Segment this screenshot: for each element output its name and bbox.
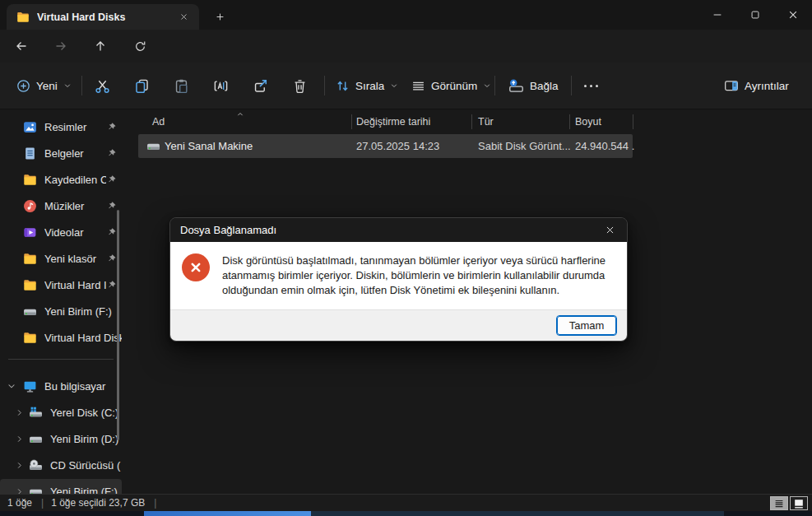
copy-button[interactable] (125, 72, 158, 100)
up-button[interactable] (87, 33, 114, 59)
forward-arrow-icon (54, 40, 67, 53)
address-bar: … Yeni Birim (F:) Yeni Sanal Makine Virt… (0, 30, 812, 63)
mount-drive-icon (508, 78, 524, 94)
column-header-name[interactable]: Ad (152, 112, 165, 132)
status-divider: | (154, 497, 156, 509)
toolbar-separator (81, 76, 82, 95)
more-options-button[interactable] (576, 72, 606, 100)
chevron-right-icon[interactable] (15, 461, 24, 470)
cut-icon (95, 78, 110, 94)
back-arrow-icon (15, 40, 28, 53)
command-bar: Yeni Sırala Görünüm Bağla (0, 63, 812, 109)
tab-close-button[interactable] (174, 8, 193, 26)
column-header-type[interactable]: Tür (478, 112, 494, 132)
trash-icon (292, 78, 308, 94)
bottom-edge-strip (0, 511, 812, 516)
thumbnails-view-icon (793, 498, 805, 509)
sidebar-item-cd-drive[interactable]: CD Sürücüsü ( (0, 453, 122, 477)
maximize-icon (749, 9, 761, 21)
view-button[interactable]: Görünüm (405, 72, 498, 100)
file-size: 24.940.544 ... (575, 140, 634, 152)
taskbar-accent-segment (144, 511, 311, 516)
column-separator[interactable] (569, 114, 570, 129)
close-icon (787, 9, 799, 21)
sidebar-item-virtual-hard[interactable]: Virtual Hard I (0, 272, 122, 297)
taskbar-segment (311, 511, 724, 516)
chevron-down-icon (390, 81, 398, 90)
window-close-button[interactable] (774, 0, 812, 30)
share-button[interactable] (244, 72, 276, 100)
sidebar-item-pictures[interactable]: Resimler (0, 114, 122, 139)
column-header-size[interactable]: Boyut (575, 112, 601, 132)
this-pc-icon (23, 379, 37, 393)
new-button[interactable]: Yeni (10, 72, 78, 100)
pin-icon (106, 253, 117, 264)
delete-button[interactable] (283, 72, 316, 100)
forward-button[interactable] (48, 33, 74, 59)
dialog-message: Disk görüntüsü başlatılmadı, tanınmayan … (222, 252, 614, 298)
details-pane-icon (724, 78, 739, 93)
column-separator[interactable] (471, 114, 472, 129)
refresh-button[interactable] (127, 33, 153, 59)
dialog-close-button[interactable] (601, 221, 619, 239)
view-lines-icon (411, 79, 425, 93)
title-bar: Virtual Hard Disks (0, 0, 812, 30)
sort-button[interactable]: Sırala (329, 72, 405, 100)
details-view-button[interactable] (770, 496, 788, 510)
close-icon (179, 12, 188, 21)
drive-icon (29, 432, 43, 446)
column-separator[interactable] (633, 114, 633, 129)
dialog-title-bar[interactable]: Dosya Bağlanamadı (170, 218, 627, 242)
chevron-right-icon[interactable] (15, 435, 24, 444)
pin-icon (106, 280, 117, 291)
status-bar: 1 öğe | 1 öğe seçildi 23,7 GB | (0, 494, 812, 511)
status-divider: | (41, 497, 44, 509)
file-row-selected[interactable]: Yeni Sanal Makine 27.05.2025 14:23 Sabit… (138, 134, 633, 158)
pin-icon (106, 122, 117, 132)
chevron-down-icon[interactable] (7, 381, 16, 391)
new-tab-button[interactable] (211, 7, 229, 26)
ok-button[interactable]: Tamam (556, 315, 617, 336)
plus-icon (215, 12, 225, 22)
rename-icon (213, 78, 229, 94)
back-button[interactable] (8, 33, 35, 59)
sidebar-item-saved[interactable]: Kaydedilen C (0, 167, 122, 192)
sidebar-item-virtual-hard-disk[interactable]: Virtual Hard Disk (0, 325, 122, 350)
details-pane-toggle[interactable]: Ayrıntılar (717, 72, 796, 100)
dialog-footer: Tamam (170, 309, 627, 341)
plus-circle-icon (16, 79, 30, 93)
sidebar-item-documents[interactable]: Belgeler (0, 141, 122, 165)
folder-icon (23, 173, 37, 187)
sidebar-item-videos[interactable]: Videolar (0, 220, 122, 244)
copy-icon (134, 78, 150, 94)
minimize-button[interactable] (698, 0, 736, 30)
up-arrow-icon (94, 40, 107, 53)
column-separator[interactable] (351, 114, 352, 129)
drive-icon (23, 304, 37, 318)
folder-icon (23, 331, 37, 345)
sidebar-item-new-volume-d[interactable]: Yeni Birim (D:) (0, 426, 122, 451)
sidebar-item-music[interactable]: Müzikler (0, 193, 122, 218)
details-toggle-label: Ayrıntılar (745, 80, 789, 92)
thumbnails-view-button[interactable] (790, 496, 808, 510)
file-explorer-window: Virtual Hard Disks … Yeni Birim (F:) Yen… (0, 0, 812, 516)
sidebar-item-new-folder[interactable]: Yeni klasör (0, 246, 122, 271)
drive-icon (146, 139, 160, 153)
sidebar-item-local-disk-c[interactable]: Yerel Disk (C:) (0, 400, 122, 425)
sidebar-item-this-pc[interactable]: Bu bilgisayar (0, 374, 122, 398)
view-button-label: Görünüm (431, 80, 477, 92)
chevron-right-icon[interactable] (15, 408, 24, 417)
folder-icon (16, 11, 30, 24)
explorer-tab[interactable]: Virtual Hard Disks (7, 4, 199, 30)
mount-button[interactable]: Bağla (502, 72, 565, 100)
selection-summary: 1 öğe seçildi 23,7 GB (51, 497, 145, 509)
cut-button[interactable] (86, 72, 118, 100)
sidebar-item-new-volume-f[interactable]: Yeni Birim (F:) (0, 299, 122, 323)
paste-button[interactable] (165, 72, 197, 100)
sidebar-scrollbar[interactable] (117, 210, 119, 440)
sort-button-label: Sırala (355, 80, 384, 92)
rename-button[interactable] (204, 72, 237, 100)
details-view-icon (773, 498, 785, 509)
column-header-modified[interactable]: Değiştirme tarihi (356, 112, 430, 132)
maximize-button[interactable] (736, 0, 774, 30)
